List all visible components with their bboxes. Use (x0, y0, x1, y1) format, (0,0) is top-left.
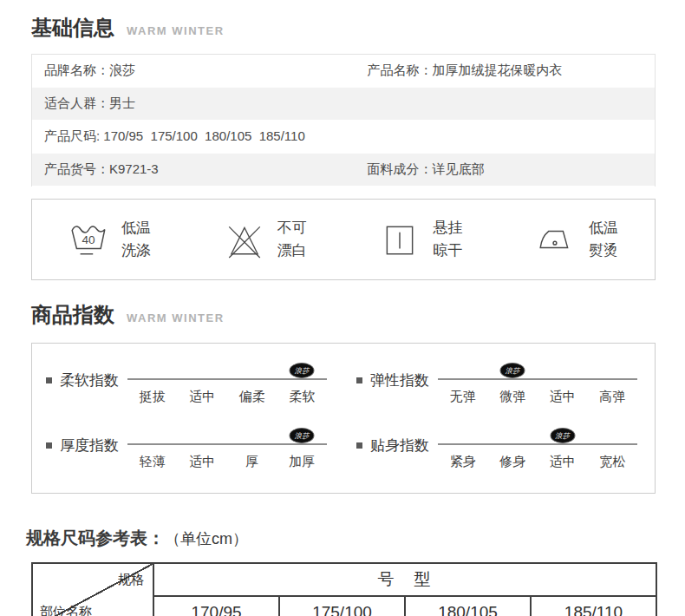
size-table-title: 规格尺码参考表：（单位cm） (26, 527, 685, 550)
gauge-softness: 柔软指数 浪莎 挺拔 适中 偏柔 柔软 (46, 370, 327, 405)
gauge-fit: 贴身指数 浪莎 紧身 修身 适中 宽松 (356, 435, 637, 470)
gauge-line (127, 443, 327, 445)
table-row: 产品尺码: 170/95 175/100 180/105 185/110 (32, 121, 655, 154)
square-bullet-icon (356, 442, 362, 449)
gauge-label: 修身 (488, 454, 538, 470)
brand-marker: 浪莎 (550, 428, 575, 443)
brand-marker: 浪莎 (290, 428, 315, 443)
brand-name-cell: 品牌名称：浪莎 (44, 62, 368, 79)
diagonal-header-cell: 规格 部位名称 (32, 563, 153, 616)
care-item-iron: 低温 熨烫 (536, 217, 618, 263)
square-bullet-icon (46, 377, 52, 383)
care-item-bleach: 不可 漂白 (225, 217, 307, 263)
gauge-elasticity: 弹性指数 浪莎 无弹 微弹 适中 高弹 (356, 370, 637, 405)
corner-label-spec: 规格 (118, 572, 144, 588)
care-label: 低温 洗涤 (121, 217, 151, 263)
gauge-name: 厚度指数 (60, 436, 119, 455)
gauge-name: 柔软指数 (60, 370, 119, 390)
gauge-label: 厚 (227, 454, 277, 470)
brand-marker: 浪莎 (500, 363, 525, 378)
gauge-label: 无弹 (438, 389, 488, 405)
gauge-label: 适中 (178, 454, 228, 470)
size-column-header: 170/95 (153, 596, 279, 616)
care-item-wash: 40 低温 洗涤 (68, 217, 151, 263)
size-column-header: 185/110 (531, 596, 656, 616)
square-bullet-icon (46, 442, 52, 449)
gauge-label: 轻薄 (127, 454, 178, 470)
gauge-label: 宽松 (588, 454, 638, 470)
gauge-label: 偏柔 (227, 389, 277, 405)
index-subtitle: WARM WINTER (127, 311, 225, 324)
target-group-cell: 适合人群：男士 (44, 95, 368, 112)
care-label: 悬挂 晾干 (433, 217, 462, 263)
gauge-thickness: 厚度指数 浪莎 轻薄 适中 厚 加厚 (46, 435, 327, 470)
basic-info-table: 品牌名称：浪莎 产品名称：加厚加绒提花保暖内衣 适合人群：男士 产品尺码: 17… (31, 54, 656, 187)
care-label: 不可 漂白 (277, 217, 307, 263)
gauge-label: 挺拔 (127, 389, 178, 405)
wash-temp-number: 40 (82, 233, 95, 246)
table-row: 适合人群：男士 (32, 88, 655, 121)
product-name-cell: 产品名称：加厚加绒提花保暖内衣 (368, 62, 643, 79)
no-bleach-icon (225, 220, 264, 259)
gauge-line (438, 378, 637, 380)
fabric-cell: 面料成分：详见底部 (368, 161, 643, 178)
iron-low-temp-icon (536, 220, 576, 259)
brand-marker: 浪莎 (290, 363, 315, 378)
gauge-label: 适中 (538, 389, 588, 405)
table-row: 产品货号：K9721-3 面料成分：详见底部 (32, 154, 655, 187)
gauge-label: 紧身 (438, 454, 488, 470)
size-column-header: 175/100 (279, 596, 405, 616)
basic-info-subtitle: WARM WINTER (127, 24, 225, 37)
basic-info-header: 基础信息 WARM WINTER (31, 14, 685, 42)
corner-label-part: 部位名称 (40, 604, 92, 616)
gauge-line (127, 378, 327, 380)
index-title: 商品指数 (31, 301, 114, 329)
hang-dry-icon (380, 220, 420, 259)
gauge-name: 贴身指数 (370, 436, 429, 455)
wash-low-temp-icon: 40 (68, 220, 108, 259)
size-group-header: 号 型 (153, 563, 656, 596)
gauge-line (438, 443, 637, 445)
care-instructions-box: 40 低温 洗涤 不可 漂白 悬挂 (31, 199, 656, 280)
gauge-label: 适中 (178, 389, 228, 405)
size-reference-table: 规格 部位名称 号 型 170/95 175/100 180/105 185/1… (31, 562, 657, 616)
care-item-dry: 悬挂 晾干 (380, 217, 462, 263)
care-label: 低温 熨烫 (589, 217, 618, 263)
gauge-label: 高弹 (588, 389, 638, 405)
product-sizes-cell: 产品尺码: 170/95 175/100 180/105 185/110 (44, 128, 643, 145)
square-bullet-icon (356, 377, 362, 383)
index-box: 柔软指数 浪莎 挺拔 适中 偏柔 柔软 弹性指数 浪莎 无弹 微弹 适中 高弹 (31, 343, 656, 494)
table-row: 品牌名称：浪莎 产品名称：加厚加绒提花保暖内衣 (32, 55, 655, 88)
gauge-label: 适中 (538, 454, 588, 470)
gauge-label: 柔软 (277, 389, 328, 405)
gauge-label: 微弹 (488, 389, 538, 405)
size-column-header: 180/105 (405, 596, 531, 616)
gauge-name: 弹性指数 (370, 370, 429, 390)
product-code-cell: 产品货号：K9721-3 (44, 161, 368, 178)
basic-info-title: 基础信息 (31, 14, 114, 42)
gauge-label: 加厚 (277, 454, 328, 470)
empty-cell (368, 95, 643, 112)
index-header: 商品指数 WARM WINTER (31, 301, 685, 329)
